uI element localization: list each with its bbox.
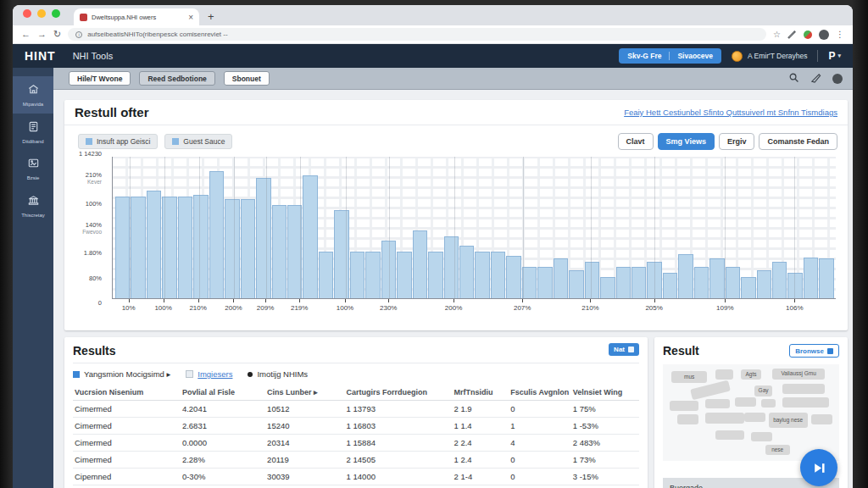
table-header-cell[interactable]: Cins Lunber ▸ — [265, 385, 345, 400]
sidebar-item-2[interactable]: Bzsie — [13, 150, 53, 187]
bar — [537, 267, 552, 298]
image-icon — [27, 157, 40, 173]
tab-title: Dweltsuppa.NHI owers — [92, 14, 184, 21]
browse-button[interactable]: Bronwse — [789, 344, 839, 358]
table-row[interactable]: Cimermed4.2041105121 137932 1.901 75% — [73, 401, 639, 418]
tab-close-icon[interactable]: × — [188, 13, 193, 22]
legend-chip-1[interactable]: Guest Sauce — [164, 134, 232, 149]
bar — [303, 175, 317, 298]
table-header-cell[interactable]: Fsculis Avgnlon — [509, 385, 570, 400]
bar — [569, 270, 583, 298]
gridline — [454, 157, 455, 298]
pen-icon[interactable] — [810, 71, 821, 86]
toolbar-button-0[interactable]: Hile/T Wvone — [69, 71, 131, 86]
colored-extension-icon[interactable] — [804, 30, 812, 39]
reload-icon[interactable]: ↻ — [53, 30, 61, 39]
user-menu[interactable]: A Emir'T Derayhes — [732, 51, 807, 62]
table-cell: 1 16803 — [345, 418, 453, 434]
minimize-window-button[interactable] — [37, 9, 46, 18]
bar — [475, 252, 489, 298]
cluster-blob — [715, 369, 733, 380]
legend-chip-0[interactable]: Insuft app Geisci — [78, 134, 158, 149]
maximize-window-button[interactable] — [52, 9, 60, 18]
cluster-blob: mus — [671, 371, 707, 383]
new-tab-button[interactable]: + — [208, 10, 214, 25]
toolbar-button-1[interactable]: Reed Sedbotione — [139, 71, 214, 86]
chart-view-button-0[interactable]: Clavt — [618, 133, 654, 150]
gridline — [164, 157, 165, 298]
extension-icon[interactable] — [787, 30, 797, 39]
x-tick-mark — [164, 299, 164, 302]
site-info-icon[interactable]: i — [75, 31, 82, 38]
bar — [522, 267, 537, 298]
filter-label: Imgiesers — [198, 369, 232, 379]
table-header-cell[interactable]: Povlial al Fisle — [181, 385, 265, 400]
browser-menu-icon[interactable]: ⋮ — [836, 30, 844, 39]
bookmark-star-icon[interactable]: ☆ — [773, 30, 781, 39]
table-row[interactable]: Cipemned0-30%300391 140002 1-403 -15% — [73, 469, 639, 485]
browser-avatar[interactable] — [819, 30, 829, 40]
bar-chart-plot — [112, 157, 836, 299]
toolbar-button-2[interactable]: Sbonuet — [224, 71, 270, 86]
sidebar-item-0[interactable]: Mtpavida — [13, 76, 53, 114]
bar — [147, 191, 161, 298]
x-tick-label: 210% — [189, 304, 206, 312]
skip-next-fab-button[interactable] — [800, 449, 837, 486]
table-header-cell[interactable]: Cartugirs Forrduegion — [345, 385, 453, 400]
chart-header-link[interactable]: Feaiy Hett Cestiunbel Sfinto Quttsuiverl… — [624, 108, 837, 117]
cta-first-label: Skv-G Fre — [627, 52, 661, 60]
results-filter-0[interactable]: Yangsmion Mocigsimd ▸ — [73, 369, 170, 379]
forward-icon[interactable]: → — [37, 30, 47, 39]
footer-label: Buergade — [670, 484, 703, 488]
sidebar-item-label: Thiscretay — [21, 213, 45, 219]
bar — [726, 267, 740, 298]
url-field[interactable]: i aufseibeatisNHITo(ribenpesck comisenre… — [68, 28, 766, 41]
bar — [600, 277, 615, 298]
app-body: MtpavidaDitdibandBzsieThiscretay Hile/T … — [13, 68, 853, 488]
sidebar-item-1[interactable]: Ditdiband — [13, 114, 53, 151]
cluster-blob — [670, 401, 698, 410]
table-row[interactable]: Cimermed2.6831152401 168031 1.411 -53% — [73, 418, 639, 435]
header-cta-button[interactable]: Skv-G Fre Sivaoceve — [619, 48, 721, 64]
table-cell: 1 15884 — [345, 435, 453, 451]
app-logo: HINT — [25, 49, 56, 63]
table-cell: 1 75% — [571, 401, 639, 417]
chart-view-button-3[interactable]: Comanste Fedan — [759, 133, 837, 150]
table-cell: Cimermed — [73, 418, 181, 434]
table-row[interactable]: Cimermed0.0000203141 158842 2.442 483% — [73, 435, 639, 452]
gridline — [199, 157, 200, 298]
table-header-cell[interactable]: Vucrsion Nisenium — [73, 385, 181, 400]
y-tick: 140%Fwevoo — [71, 221, 102, 235]
close-window-button[interactable] — [23, 9, 31, 18]
sidebar-item-3[interactable]: Thiscretay — [13, 187, 53, 225]
y-tick: 1.80% — [71, 249, 102, 257]
x-tick-mark — [265, 299, 266, 302]
y-tick-label: 210% — [71, 171, 102, 179]
results-filter-1[interactable]: Imgiesers — [186, 369, 232, 379]
blue-square-icon — [73, 371, 80, 378]
table-row[interactable]: Cimermed2.28%201192 145051 2.401 73% — [73, 452, 639, 469]
browser-tab[interactable]: Dweltsuppa.NHI owers × — [74, 8, 199, 25]
x-tick-mark — [345, 299, 346, 302]
table-cell: 4.2041 — [181, 401, 265, 417]
search-icon[interactable] — [788, 71, 799, 86]
chevron-down-icon: ▾ — [837, 53, 841, 59]
bar — [804, 258, 818, 298]
profile-dropdown[interactable]: P ▾ — [828, 50, 841, 62]
chart-view-button-1[interactable]: Smg Views — [658, 133, 715, 150]
chart-view-button-2[interactable]: Ergiv — [719, 133, 755, 150]
back-icon[interactable]: ← — [21, 30, 31, 39]
tab-favicon — [80, 14, 87, 21]
x-tick-mark — [654, 299, 655, 302]
help-icon[interactable] — [832, 74, 843, 84]
table-header-cell[interactable]: Velnsiet Wing — [571, 385, 639, 400]
x-tick-label: 219% — [291, 304, 308, 312]
bar — [193, 195, 208, 298]
legend-swatch-icon — [172, 138, 179, 145]
cluster-blob — [705, 399, 730, 408]
y-tick: 80% — [71, 274, 102, 281]
results-action-button[interactable]: Nat — [609, 343, 639, 356]
x-tick-label: 209% — [257, 304, 274, 312]
table-header-cell[interactable]: MrfTnsidiu — [453, 385, 509, 400]
y-tick-label: 0 — [71, 299, 102, 307]
